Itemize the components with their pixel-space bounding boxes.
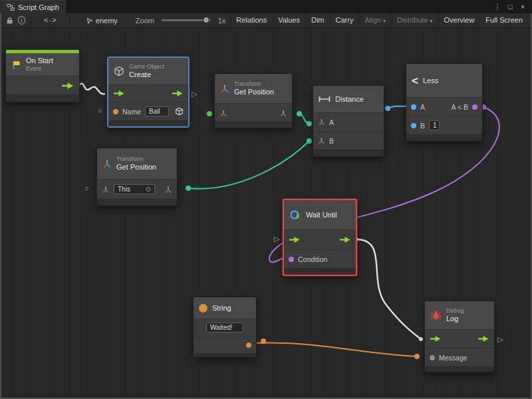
position-output-port[interactable] [164,186,172,194]
result-label: A < B [452,103,468,111]
zoom-slider-handle[interactable] [203,17,209,23]
graph-name[interactable]: enemy [96,17,118,25]
node-footer [406,134,482,141]
bug-icon [430,311,442,321]
node-wait-until[interactable]: Wait Until Condition [283,199,357,276]
node-less[interactable]: < Less A A < B B 1 [406,63,483,142]
string-value-field[interactable]: Waited! [206,323,243,332]
carry-button[interactable]: Carry [330,13,359,27]
node-category: Transform [116,156,156,163]
this-target-field[interactable]: This ⊙ [114,184,155,194]
name-input-port[interactable] [113,109,118,114]
node-header: Distance [313,86,384,112]
condition-input-port[interactable] [289,257,294,262]
string-icon [199,304,207,313]
log-flow-out-triangle-port[interactable]: ▷ [497,336,503,343]
wait-clock-icon [289,209,301,221]
transform-input-port[interactable] [102,186,110,194]
node-header: Transform Get Position [97,148,177,179]
node-footer [215,122,292,128]
name-label: Name [122,108,141,116]
node-header: < Less [406,64,482,97]
node-create-gameobject[interactable]: Game Object Create Name Ball [108,57,189,127]
vector-a-input-port[interactable] [318,118,325,126]
zoom-slider[interactable] [162,19,211,21]
maximize-icon[interactable]: □ [505,1,515,13]
zoom-label: Zoom [136,17,154,25]
input-a-label: A [329,118,334,126]
info-icon[interactable]: i [18,16,26,25]
graph-stage: ▷ ▷ ▷ ○ ○ On Start Event [1,28,531,397]
vector-b-input-port[interactable] [318,137,325,144]
graph-canvas[interactable]: ▷ ▷ ▷ ○ ○ On Start Event [1,28,531,397]
wire-string-to-log-message[interactable] [253,342,417,356]
node-header: Transform Get Position [215,74,292,103]
transform-input-port[interactable] [219,109,227,117]
distribute-button[interactable]: Distribute ▾ [391,13,438,27]
target-icon: ⊙ [146,185,151,194]
wire-distance-to-less-a[interactable] [388,106,408,108]
node-title: Get Position [234,88,274,96]
window-controls: ⋮ □ × [492,0,532,13]
window-menu-icon[interactable]: ⋮ [492,1,503,13]
less-result-output-port[interactable] [472,104,477,110]
create-flow-out-triangle-port[interactable]: ▷ [192,90,197,98]
gameobject-output-port[interactable] [175,107,184,116]
flow-out-port[interactable] [61,82,74,90]
node-get-position-2[interactable]: Transform Get Position This ⊙ [96,148,178,206]
flow-out-port[interactable] [477,335,489,342]
node-title: Get Position [116,163,156,172]
node-string-literal[interactable]: String Waited! [193,297,257,358]
distribute-label: Distribute [397,16,428,24]
dim-button[interactable]: Dim [305,13,330,27]
node-header: Game Object Create [108,58,188,84]
wire-onstart-to-create[interactable] [79,84,105,94]
less-than-icon: < [412,75,418,86]
flow-in-port[interactable] [430,335,442,342]
node-category: Game Object [129,63,164,70]
wire-waituntil-to-log[interactable] [356,239,421,339]
input-b-label: B [420,122,425,130]
getposition1-input-port[interactable] [207,111,212,116]
waituntil-flow-in-triangle-port[interactable]: ▷ [274,235,279,243]
node-subtitle: Event [26,65,53,72]
lock-icon[interactable] [4,14,16,27]
node-footer [194,353,256,357]
node-on-start-event[interactable]: On Start Event [5,49,80,102]
node-get-position-1[interactable]: Transform Get Position [214,73,293,128]
tab-script-graph[interactable]: Script Graph [0,0,66,13]
name-value-field[interactable]: Ball [145,106,169,116]
close-icon[interactable]: × [517,1,528,13]
fullscreen-button[interactable]: Full Screen [479,13,528,27]
position-output-port[interactable] [279,109,287,117]
relations-button[interactable]: Relations [230,13,272,27]
align-label: Align [364,16,380,24]
values-button[interactable]: Values [272,13,305,27]
less-a-input-port[interactable] [411,104,416,110]
wire-getposition2-to-distance-b[interactable] [188,141,309,189]
flow-in-port[interactable] [289,236,301,243]
overview-button[interactable]: Overview [438,13,480,27]
flow-out-port[interactable] [172,90,184,97]
node-header: String [194,297,256,319]
b-value-field[interactable]: 1 [429,120,440,130]
chevron-down-icon: ▾ [430,18,433,24]
node-title: Create [129,70,164,79]
getposition2-circle-port[interactable]: ○ [84,185,89,192]
flow-out-port[interactable] [339,236,351,243]
less-b-input-port[interactable] [411,123,416,128]
message-input-port[interactable] [430,355,435,360]
node-title: Wait Until [306,211,337,219]
wire-getposition1-to-distance-a[interactable] [299,114,309,124]
flow-in-port[interactable] [113,90,125,97]
node-category: Debug [446,307,464,315]
node-debug-log[interactable]: Debug Log Message [424,301,495,372]
node-title: On Start [26,57,53,65]
align-button[interactable]: Align ▾ [358,13,391,27]
string-output-port[interactable] [246,342,251,348]
node-distance[interactable]: Distance A B [313,85,384,157]
create-name-circle-port[interactable]: ○ [98,107,102,114]
condition-label: Condition [298,255,327,263]
expand-collapse-button[interactable]: <-> [35,13,66,27]
this-value: This [118,185,130,194]
